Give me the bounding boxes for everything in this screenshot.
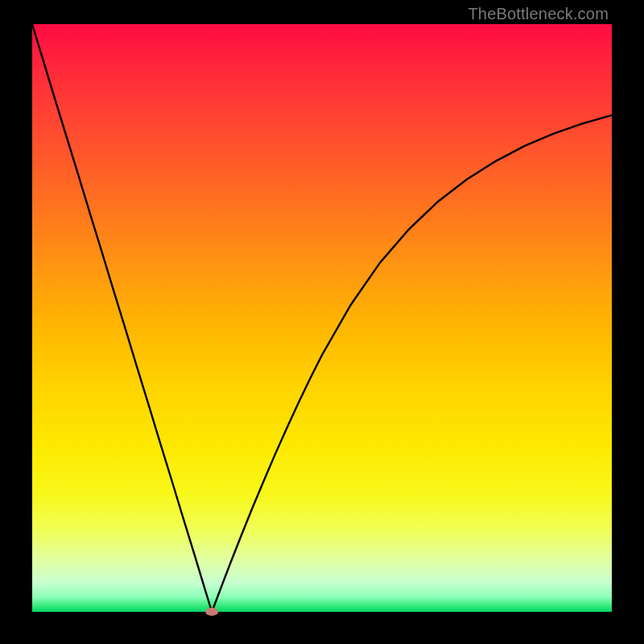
optimal-point-marker: [205, 608, 218, 616]
chart-svg: [32, 24, 612, 612]
watermark-label: TheBottleneck.com: [468, 5, 609, 23]
chart-container: TheBottleneck.com: [0, 0, 644, 644]
bottleneck-curve: [32, 24, 612, 612]
